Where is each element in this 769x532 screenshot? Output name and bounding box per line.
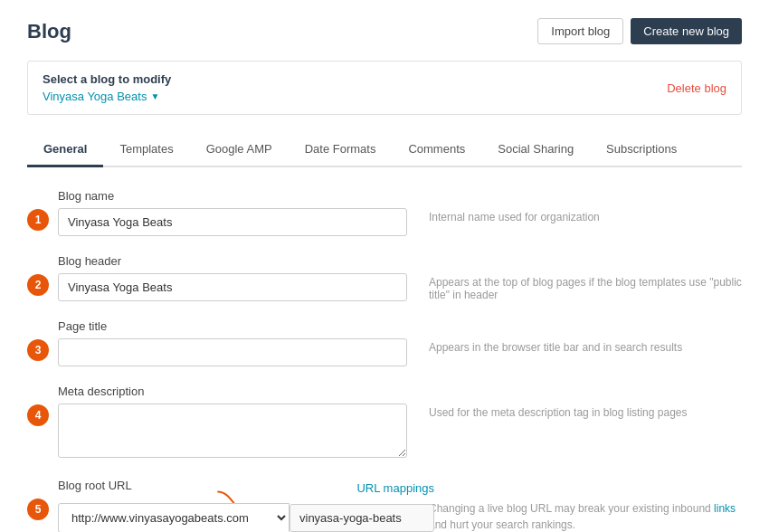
import-blog-button[interactable]: Import blog	[537, 18, 623, 44]
blog-root-url-label: Blog root URL	[58, 479, 132, 492]
page-title-label: Page title	[58, 319, 407, 333]
meta-description-section: 4 Meta description Used for the meta des…	[27, 385, 742, 461]
blog-root-url-hint: Changing a live blog URL may break your …	[407, 479, 742, 532]
meta-description-label: Meta description	[58, 385, 407, 398]
selected-blog-name: Vinyasa Yoga Beats	[43, 90, 147, 103]
blog-header-section: 2 Blog header Appears at the top of blog…	[27, 254, 742, 301]
url-slug-input[interactable]	[290, 504, 434, 532]
hint-link-text: links	[714, 502, 736, 515]
url-inputs: http://www.vinyasayogabeats.com	[58, 503, 434, 532]
blog-name-left: 1 Blog name	[27, 189, 407, 236]
blog-root-url-left: 5 Blog root URL URL mappings	[27, 479, 407, 532]
tabs-bar: General Templates Google AMP Date Format…	[27, 133, 742, 167]
tab-google-amp[interactable]: Google AMP	[190, 133, 289, 167]
step-2-badge: 2	[27, 274, 49, 296]
blog-header-field-wrapper: Blog header	[58, 254, 407, 301]
step-3-badge: 3	[27, 339, 49, 361]
step-4-badge: 4	[27, 404, 49, 426]
header-buttons: Import blog Create new blog	[537, 18, 742, 44]
meta-description-hint: Used for the meta description tag in blo…	[407, 385, 742, 419]
blog-name-label: Blog name	[58, 189, 407, 203]
blog-selector-label: Select a blog to modify	[43, 72, 171, 86]
blog-selector-bar: Select a blog to modify Vinyasa Yoga Bea…	[27, 61, 742, 115]
meta-description-left: 4 Meta description	[27, 385, 407, 461]
blog-header-label: Blog header	[58, 254, 407, 268]
tab-templates[interactable]: Templates	[103, 133, 189, 167]
tab-social-sharing[interactable]: Social Sharing	[481, 133, 590, 167]
chevron-down-icon: ▼	[150, 91, 159, 101]
blog-root-url-field-wrapper: Blog root URL URL mappings	[58, 479, 434, 532]
delete-blog-button[interactable]: Delete blog	[667, 81, 726, 95]
page-title-left: 3 Page title	[27, 319, 407, 366]
page-title-hint: Appears in the browser title bar and in …	[407, 319, 742, 354]
meta-description-input[interactable]	[58, 404, 407, 458]
blog-name-hint: Internal name used for organization	[407, 189, 742, 223]
url-domain-wrapper: http://www.vinyasayogabeats.com	[58, 503, 290, 532]
url-domain-select[interactable]: http://www.vinyasayogabeats.com	[58, 503, 290, 532]
blog-selector-content: Select a blog to modify Vinyasa Yoga Bea…	[43, 72, 171, 103]
step-row-2: 2 Blog header	[27, 254, 407, 301]
blog-root-url-section: 5 Blog root URL URL mappings	[27, 479, 742, 532]
step-row-1: 1 Blog name	[27, 189, 407, 236]
create-new-blog-button[interactable]: Create new blog	[631, 18, 742, 44]
tab-comments[interactable]: Comments	[392, 133, 481, 167]
step-row-4: 4 Meta description	[27, 385, 407, 461]
page-title-field-wrapper: Page title	[58, 319, 407, 366]
url-label-row: Blog root URL URL mappings	[58, 479, 434, 498]
blog-header-input[interactable]	[58, 273, 407, 301]
blog-name-field-wrapper: Blog name	[58, 189, 407, 236]
page-title: Blog	[27, 20, 71, 43]
step-1-badge: 1	[27, 209, 49, 231]
step-row-5: 5 Blog root URL URL mappings	[27, 479, 407, 532]
step-5-badge: 5	[27, 499, 49, 520]
page-title-input[interactable]	[58, 338, 407, 366]
blog-header-left: 2 Blog header	[27, 254, 407, 301]
url-row-wrapper: http://www.vinyasayogabeats.com	[58, 503, 434, 532]
step-row-3: 3 Page title	[27, 319, 407, 366]
blog-name-section: 1 Blog name Internal name used for organ…	[27, 189, 742, 236]
blog-name-input[interactable]	[58, 208, 407, 236]
blog-header-hint: Appears at the top of blog pages if the …	[407, 254, 742, 301]
tab-general[interactable]: General	[27, 133, 103, 167]
tab-subscriptions[interactable]: Subscriptions	[590, 133, 693, 167]
page-header: Blog Import blog Create new blog	[27, 18, 742, 44]
page-title-section: 3 Page title Appears in the browser titl…	[27, 319, 742, 366]
tab-date-formats[interactable]: Date Formats	[289, 133, 393, 167]
blog-selector-dropdown[interactable]: Vinyasa Yoga Beats ▼	[43, 90, 171, 103]
meta-description-field-wrapper: Meta description	[58, 385, 407, 461]
